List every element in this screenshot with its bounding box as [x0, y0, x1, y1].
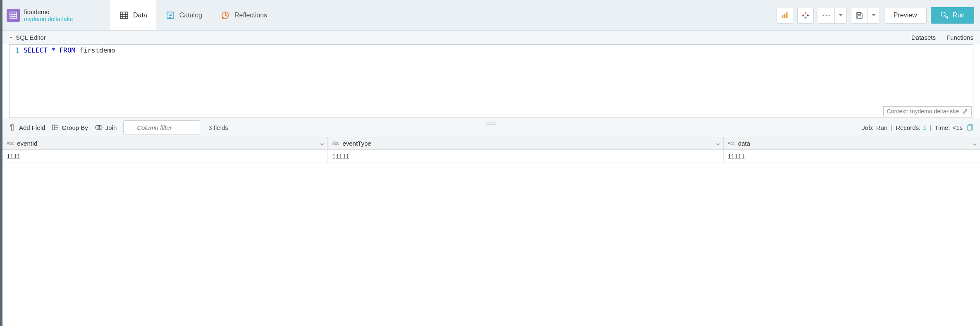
type-icon: Abc — [728, 141, 735, 146]
reflections-icon — [220, 10, 230, 20]
svg-rect-37 — [53, 125, 55, 130]
copy-icon[interactable] — [967, 124, 973, 131]
chevron-down-icon[interactable] — [973, 140, 977, 147]
group-by-button[interactable]: Group By — [52, 124, 88, 131]
group-by-icon — [52, 124, 59, 131]
column-header[interactable]: Abcdata — [723, 137, 980, 150]
results-bar: Add Field Group By Join 3 fields Job: Ru… — [2, 118, 980, 137]
svg-point-29 — [829, 14, 830, 16]
svg-rect-17 — [784, 14, 786, 18]
drag-handle[interactable] — [486, 120, 496, 126]
collapse-icon — [9, 36, 13, 40]
more-split — [818, 7, 847, 24]
chevron-down-icon — [839, 14, 843, 16]
add-field-icon — [9, 124, 17, 131]
add-field-button[interactable]: Add Field — [9, 124, 45, 131]
catalog-icon — [165, 10, 175, 20]
tableau-icon — [801, 11, 810, 19]
powerbi-button[interactable] — [777, 7, 793, 24]
save-icon — [856, 12, 863, 19]
chevron-down-icon[interactable] — [320, 140, 324, 147]
records-count: 1 — [923, 124, 926, 131]
more-dropdown[interactable] — [834, 7, 847, 24]
svg-rect-16 — [782, 15, 784, 18]
join-button[interactable]: Join — [95, 124, 117, 131]
table-cell: 11111 — [723, 150, 980, 163]
table-icon — [119, 10, 129, 20]
dataset-icon — [7, 9, 20, 22]
table-cell: 1111 — [2, 150, 328, 163]
chevron-down-icon[interactable] — [716, 140, 720, 147]
run-icon — [940, 11, 949, 19]
job-info: Job: Run | Records: 1 | Time: <1s — [862, 124, 973, 131]
column-header[interactable]: AbceventId — [2, 137, 328, 150]
functions-link[interactable]: Functions — [947, 34, 973, 41]
pencil-icon — [962, 108, 968, 114]
bar-chart-icon — [781, 11, 789, 19]
table-row[interactable]: 11111111111111 — [2, 150, 980, 163]
svg-point-15 — [222, 17, 224, 19]
results-table: AbceventIdAbceventTypeAbcdata 1111111111… — [2, 137, 980, 163]
svg-rect-31 — [858, 16, 861, 18]
table-cell: 11111 — [328, 150, 723, 163]
dataset-info: firstdemo mydemo.delta-lake — [2, 0, 110, 30]
sql-code: SELECT * FROM firstdemo — [24, 46, 115, 54]
time-value: <1s — [952, 124, 963, 131]
tab-reflections[interactable]: Reflections — [211, 0, 276, 30]
datasets-link[interactable]: Datasets — [911, 34, 936, 41]
svg-rect-34 — [12, 125, 13, 130]
job-run-link[interactable]: Run — [876, 124, 888, 131]
save-dropdown[interactable] — [868, 7, 880, 24]
context-label[interactable]: Context: mydemo.delta-lake — [883, 106, 972, 116]
editor-section-toggle[interactable]: SQL Editor — [9, 34, 46, 41]
svg-point-27 — [823, 14, 824, 16]
sql-editor[interactable]: 1 SELECT * FROM firstdemo Context: mydem… — [9, 44, 973, 118]
editor-header: SQL Editor Datasets Functions — [2, 31, 980, 44]
svg-rect-0 — [10, 12, 17, 19]
dataset-name: firstdemo — [24, 8, 73, 15]
preview-button[interactable]: Preview — [884, 7, 927, 24]
svg-rect-47 — [968, 125, 971, 130]
join-icon — [95, 124, 103, 131]
type-icon: Abc — [332, 141, 339, 146]
ellipsis-icon — [822, 14, 830, 16]
column-filter-input[interactable] — [123, 120, 200, 134]
tabs: Data Catalog Reflections — [110, 0, 276, 30]
svg-point-28 — [826, 14, 827, 16]
svg-rect-5 — [120, 12, 128, 19]
tableau-button[interactable] — [797, 7, 814, 24]
topbar: firstdemo mydemo.delta-lake Data Catalog… — [2, 0, 980, 31]
type-icon: Abc — [7, 141, 14, 146]
save-split — [851, 7, 880, 24]
more-button[interactable] — [818, 7, 834, 24]
tab-catalog[interactable]: Catalog — [156, 0, 211, 30]
toolbar: Preview Run — [771, 0, 980, 30]
run-button[interactable]: Run — [931, 7, 974, 24]
svg-point-32 — [941, 12, 945, 16]
svg-rect-18 — [786, 12, 788, 18]
save-button[interactable] — [851, 7, 868, 24]
chevron-down-icon — [872, 14, 876, 16]
svg-point-41 — [96, 125, 100, 129]
tab-data[interactable]: Data — [110, 0, 156, 30]
line-number: 1 — [12, 46, 24, 54]
svg-point-42 — [98, 125, 102, 129]
column-header[interactable]: AbceventType — [328, 137, 723, 150]
dataset-path[interactable]: mydemo.delta-lake — [24, 16, 73, 22]
fields-count: 3 fields — [208, 124, 228, 131]
